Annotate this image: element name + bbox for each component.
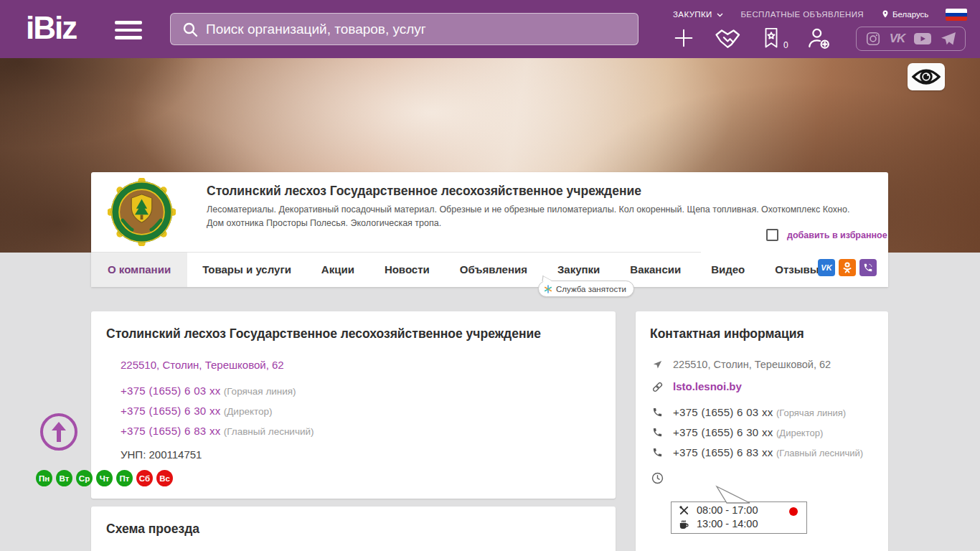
header-social-links: VK [856,27,966,51]
link-icon [651,381,664,393]
working-days: Пн Вт Ср Чт Пт Сб Вс [36,470,173,486]
top-header: iBiz ЗАКУПКИ БЕСПЛАТНЫЕ ОБЪЯВЛЕНИЯ Белар… [0,0,980,58]
unp-number: УНП: 200114751 [121,448,202,461]
language-flag-russian[interactable] [946,9,967,21]
tab-products[interactable]: Товары и услуги [187,253,306,287]
contact-phone-row: +375 (1655) 6 83 xx (Главный лесничий) [651,446,863,459]
break-hours: 13:00 - 14:00 [697,518,758,529]
favorites-button[interactable]: 0 [760,26,788,50]
add-company-button[interactable] [672,26,696,50]
search-bar [170,13,639,45]
vk-icon[interactable]: VK [890,32,905,46]
youtube-icon[interactable] [913,32,932,46]
contact-phone-row: +375 (1655) 6 03 xx (Горячая линия) [651,406,846,419]
user-plus-icon [806,26,831,50]
arrow-up-icon [50,422,67,442]
add-user-button[interactable] [806,26,831,50]
procurement-menu[interactable]: ЗАКУПКИ [673,10,723,19]
company-odnoklassniki-icon[interactable] [839,259,856,276]
favorites-count: 0 [783,40,788,50]
map-title: Схема проезда [106,522,199,537]
day-badge: Пт [116,470,133,486]
contact-phone-row: +375 (1655) 6 30 xx (Директор) [651,426,823,439]
company-description: Лесоматериалы. Декоративный посадочный м… [207,203,864,230]
day-badge: Вс [156,470,173,486]
tab-promotions[interactable]: Акции [306,253,369,287]
company-tabs: О компании Товары и услуги Акции Новости… [91,253,834,287]
contact-website-row: lsto.lesnoi.by [651,380,742,393]
clock-icon [651,472,664,484]
tab-news[interactable]: Новости [369,253,445,287]
day-badge: Сб [136,470,153,486]
hamburger-menu-icon[interactable] [115,21,142,40]
day-badge: Ср [76,470,93,486]
map-card: Схема проезда [91,507,616,551]
about-phone-row: +375 (1655) 6 83 xx (Главный лесничий) [121,425,314,437]
partners-button[interactable] [713,26,743,50]
country-selector[interactable]: Беларусь [881,9,928,19]
bookmark-star-icon [760,26,782,50]
contact-title: Контактная информация [650,326,804,342]
search-input[interactable] [206,14,638,44]
day-badge: Вт [56,470,72,486]
favorite-label: добавить в избранное [787,230,887,240]
about-phone-row: +375 (1655) 6 30 xx (Директор) [121,405,273,417]
location-pin-icon [881,9,890,19]
about-phone-row: +375 (1655) 6 03 xx (Горячая линия) [121,385,296,397]
eye-icon [911,66,941,88]
phone-link[interactable]: +375 (1655) 6 30 xx [673,426,773,438]
handshake-icon [713,26,743,50]
phone-link[interactable]: +375 (1655) 6 03 xx [121,385,221,397]
favorite-checkbox[interactable] [766,229,778,241]
search-icon [182,21,199,38]
phone-link[interactable]: +375 (1655) 6 30 xx [121,405,221,417]
scroll-to-top-button[interactable] [40,413,77,451]
working-hours-popup: 08:00 - 17:00 13:00 - 14:00 [671,501,807,534]
company-vk-icon[interactable]: VK [818,259,835,276]
company-viber-icon[interactable] [859,259,877,276]
contact-address-row: 225510, Столин, Терешковой, 62 [651,359,831,370]
chevron-down-icon [717,13,723,17]
about-address-link[interactable]: 225510, Столин, Терешковой, 62 [121,359,284,371]
asterisk-icon [544,285,552,293]
coffee-cup-icon [679,519,689,529]
day-badge: Чт [96,470,113,486]
free-ads-link[interactable]: БЕСПЛАТНЫЕ ОБЪЯВЛЕНИЯ [740,10,864,19]
accessibility-eye-button[interactable] [908,63,945,90]
instagram-icon[interactable] [865,31,881,47]
work-hours: 08:00 - 17:00 [697,504,758,516]
tab-video[interactable]: Видео [696,253,760,287]
phone-link[interactable]: +375 (1655) 6 03 xx [673,406,773,418]
company-title: Столинский лесхоз Государственное лесохо… [207,184,641,199]
telegram-icon[interactable] [941,32,956,46]
closed-now-indicator [789,507,798,516]
add-to-favorites[interactable]: добавить в избранное [766,229,887,241]
phone-link[interactable]: +375 (1655) 6 83 xx [121,425,221,437]
plus-icon [672,26,696,50]
website-link[interactable]: lsto.lesnoi.by [673,380,742,392]
phone-icon [652,427,663,438]
about-title: Столинский лесхоз Государственное лесохо… [106,326,601,342]
tools-icon [679,505,689,516]
day-badge: Пн [36,470,52,486]
phone-icon [652,407,663,418]
tab-ads[interactable]: Объявления [445,253,542,287]
phone-icon [652,447,663,458]
company-logo [108,178,176,246]
company-header-card: Столинский лесхоз Государственное лесохо… [91,172,888,287]
hours-callout-pointer [707,485,757,504]
navigation-icon [652,359,663,370]
site-logo[interactable]: iBiz [26,10,76,46]
tab-about[interactable]: О компании [91,253,187,287]
phone-link[interactable]: +375 (1655) 6 83 xx [673,446,773,458]
employment-service-badge: Служба занятости [538,281,634,297]
